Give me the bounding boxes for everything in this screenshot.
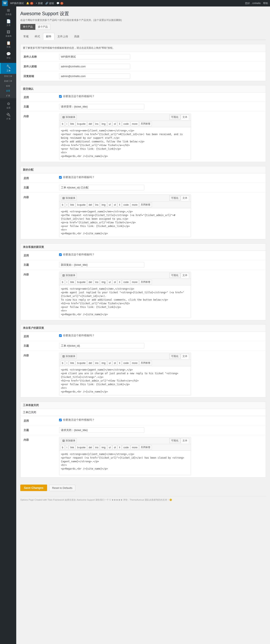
btn-ol-5[interactable]: ol <box>112 445 117 450</box>
client-reply-enabled-checkbox[interactable] <box>59 334 62 337</box>
btn-more-5[interactable]: more <box>131 445 139 450</box>
btn-li[interactable]: li <box>118 122 121 126</box>
btn-del-2[interactable]: del <box>87 202 93 207</box>
product-tab-single[interactable]: 单个产品 <box>20 24 35 30</box>
btn-bold-4[interactable]: b <box>61 361 65 365</box>
btn-close-tags-3[interactable]: 关闭标签 <box>139 280 152 284</box>
sidebar-item-pages[interactable]: 📋 页面 <box>0 39 16 50</box>
submenu-item-new-ticket[interactable]: 新建工单 <box>0 79 16 84</box>
btn-more-2[interactable]: more <box>131 202 139 207</box>
closing-subject-input[interactable] <box>59 427 144 433</box>
btn-bquote[interactable]: b-quote <box>76 122 87 126</box>
btn-ins-5[interactable]: ins <box>94 445 100 450</box>
btn-li-5[interactable]: li <box>118 445 121 450</box>
btn-ins-2[interactable]: ins <box>94 202 100 207</box>
btn-code-4[interactable]: code <box>122 361 130 365</box>
agent-reply-enabled-checkbox-label[interactable]: 你要激活这个邮件模板吗？ <box>59 253 264 256</box>
btn-bquote-2[interactable]: b-quote <box>76 202 87 207</box>
submission-enabled-checkbox[interactable] <box>59 95 62 98</box>
tab-style[interactable]: 样式 <box>32 33 43 40</box>
submenu-item-extend[interactable]: 扩展 <box>0 93 16 98</box>
btn-ul[interactable]: ul <box>107 122 112 126</box>
client-reply-editor-content[interactable]: <p>Hi <strong><em>{agent_name}</em></str… <box>59 366 191 395</box>
agent-reply-editor-content[interactable]: <p>Hi <strong><em>{client_name}</em>,</s… <box>59 286 191 318</box>
submenu-item-settings[interactable]: 设置 <box>0 88 16 93</box>
btn-bquote-4[interactable]: b-quote <box>76 361 87 365</box>
client-reply-enabled-checkbox-label[interactable]: 你要激活这个邮件模板吗？ <box>59 334 264 337</box>
sidebar-item-comments[interactable]: 💬 评论 <box>0 50 16 61</box>
btn-ins-3[interactable]: ins <box>94 280 100 284</box>
btn-del-3[interactable]: del <box>87 280 93 284</box>
agent-reply-text-tab[interactable]: 文本 <box>181 273 189 278</box>
submission-editor-content[interactable]: <p>Hi <strong><em>{client_name}</em></st… <box>59 127 191 160</box>
btn-ul-4[interactable]: ul <box>107 361 112 365</box>
tab-email[interactable]: 邮件 <box>43 33 54 40</box>
sidebar-item-settings[interactable]: ⚙ 设置 <box>0 100 16 111</box>
agent-reply-enabled-checkbox[interactable] <box>59 253 62 256</box>
submission-enabled-checkbox-label[interactable]: 你要激活这个邮件模板吗？ <box>59 94 264 98</box>
site-name-link[interactable]: WP插件测试 <box>10 2 24 5</box>
btn-ul-5[interactable]: ul <box>107 445 112 450</box>
submission-visual-tab[interactable]: 可视化 <box>169 114 180 120</box>
btn-more-4[interactable]: more <box>131 361 139 365</box>
btn-italic[interactable]: i <box>65 122 69 126</box>
btn-ins-4[interactable]: ins <box>94 361 100 365</box>
btn-code-3[interactable]: code <box>122 280 130 284</box>
btn-ol-2[interactable]: ol <box>112 202 117 207</box>
btn-img-2[interactable]: img <box>100 202 107 207</box>
assignment-enabled-checkbox[interactable] <box>59 176 62 179</box>
product-tab-multiple[interactable]: 多个产品 <box>35 24 50 30</box>
btn-del-4[interactable]: del <box>87 361 93 365</box>
assignment-visual-tab[interactable]: 可视化 <box>169 196 180 200</box>
submenu-item-all-tickets[interactable]: 所有工单 <box>0 74 16 79</box>
client-reply-text-tab[interactable]: 文本 <box>181 354 189 359</box>
new-button[interactable]: + 新建 <box>36 2 43 5</box>
assignment-add-media-btn[interactable]: 🖼 添加媒体 <box>61 196 77 200</box>
btn-bold-3[interactable]: b <box>61 280 65 284</box>
btn-code[interactable]: code <box>122 122 130 126</box>
btn-link-4[interactable]: link <box>69 361 75 365</box>
btn-ol[interactable]: ol <box>112 122 117 126</box>
btn-link-5[interactable]: link <box>69 445 75 450</box>
tab-general[interactable]: 常规 <box>20 33 32 40</box>
btn-img[interactable]: img <box>100 122 107 126</box>
btn-link[interactable]: link <box>69 122 75 126</box>
btn-close-tags-2[interactable]: 关闭标签 <box>139 202 152 207</box>
btn-li-3[interactable]: li <box>118 280 121 284</box>
sidebar-item-media[interactable]: 🖼 多媒体 <box>0 28 16 39</box>
btn-code-2[interactable]: code <box>122 202 130 207</box>
submission-subject-input[interactable] <box>59 104 144 109</box>
btn-del-5[interactable]: del <box>87 445 93 450</box>
comments-button[interactable]: 💬 0 <box>57 2 64 5</box>
assignment-enabled-checkbox-label[interactable]: 你要激活这个邮件模板吗？ <box>59 176 264 179</box>
btn-more-3[interactable]: more <box>131 280 139 284</box>
submenu-item-tags[interactable]: 标签 <box>0 84 16 88</box>
client-reply-add-media-btn[interactable]: 🖼 添加媒体 <box>61 354 77 359</box>
btn-ol-3[interactable]: ol <box>112 280 117 284</box>
notifications-button[interactable]: 🔔 4 <box>26 2 33 5</box>
agent-reply-add-media-btn[interactable]: 🖼 添加媒体 <box>61 273 77 278</box>
btn-bold-5[interactable]: b <box>61 445 65 450</box>
save-changes-button[interactable]: Save Changes <box>20 484 47 491</box>
btn-bquote-3[interactable]: b-quote <box>76 280 87 284</box>
closing-add-media-btn[interactable]: 🖼 添加媒体 <box>61 438 77 443</box>
btn-ol-4[interactable]: ol <box>112 361 117 365</box>
agent-reply-subject-input[interactable] <box>59 262 144 268</box>
reply-email-input[interactable] <box>59 74 130 79</box>
btn-bold[interactable]: b <box>61 122 65 126</box>
submission-text-tab[interactable]: 文本 <box>181 114 189 120</box>
btn-del[interactable]: del <box>87 122 93 126</box>
btn-more[interactable]: more <box>131 122 139 126</box>
btn-img-3[interactable]: img <box>100 280 107 284</box>
tab-file-upload[interactable]: 文件上传 <box>54 33 71 40</box>
sender-email-input[interactable] <box>59 64 130 69</box>
btn-ul-3[interactable]: ul <box>107 280 112 284</box>
tab-advanced[interactable]: 高级 <box>71 33 82 40</box>
assignment-subject-input[interactable] <box>59 185 144 190</box>
wp-logo-button[interactable]: W <box>2 0 8 6</box>
btn-italic-4[interactable]: i <box>65 361 69 365</box>
btn-code-5[interactable]: code <box>122 445 130 450</box>
closing-text-tab[interactable]: 文本 <box>181 438 189 443</box>
btn-ul-2[interactable]: ul <box>107 202 112 207</box>
btn-img-5[interactable]: img <box>100 445 107 450</box>
